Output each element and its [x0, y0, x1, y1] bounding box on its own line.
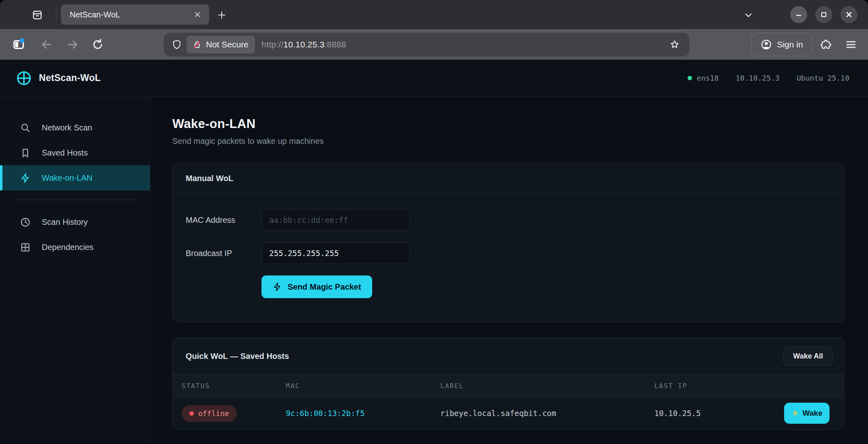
broadcast-ip-row: Broadcast IP	[186, 242, 831, 264]
clock-icon	[19, 216, 31, 228]
reload-icon	[91, 38, 104, 51]
tab-title: NetScan-WoL	[70, 10, 191, 19]
sidebar-item-saved-hosts[interactable]: Saved Hosts	[0, 140, 150, 165]
wake-host-button[interactable]: Wake	[784, 403, 829, 424]
quick-wol-card: Quick WoL — Saved Hosts Wake All STATUS …	[172, 337, 844, 430]
bookmark-icon	[19, 147, 31, 158]
quick-wol-header: Quick WoL — Saved Hosts Wake All	[173, 338, 844, 374]
status-badge: offline	[182, 405, 237, 422]
reload-button[interactable]	[90, 37, 105, 52]
bolt-icon	[791, 409, 799, 417]
online-dot	[688, 76, 692, 80]
account-icon	[760, 38, 772, 51]
manual-wol-form: MAC Address Broadcast IP Send Mag	[173, 194, 844, 322]
sidebar-item-label: Wake-on-LAN	[42, 173, 92, 183]
sidebar-item-label: Scan History	[42, 218, 88, 227]
minimize-button[interactable]	[790, 6, 807, 23]
send-magic-packet-label: Send Magic Packet	[287, 282, 361, 292]
host-status: ens18 10.10.25.3 Ubuntu 25.10	[688, 74, 849, 82]
url-host: 10.10.25.3	[283, 40, 324, 49]
bolt-icon	[272, 282, 282, 292]
security-chip[interactable]: Not Secure	[186, 36, 255, 53]
offline-dot	[189, 411, 194, 416]
close-icon	[194, 11, 201, 18]
sidebar-item-label: Dependencies	[42, 243, 94, 252]
sidebar-item-label: Saved Hosts	[42, 148, 88, 158]
new-tab-button[interactable]	[214, 7, 229, 23]
firefox-view-icon	[12, 38, 25, 51]
app-brand: NetScan-WoL	[15, 70, 101, 87]
table-row: offline 9c:6b:00:13:2b:f5 ribeye.local.s…	[173, 397, 844, 429]
extensions-button[interactable]	[818, 37, 834, 52]
forward-icon	[66, 38, 79, 51]
interface-status: ens18	[688, 74, 718, 82]
send-magic-packet-button[interactable]: Send Magic Packet	[261, 275, 372, 298]
url-bar[interactable]: Not Secure http://10.10.25.3:8888	[164, 33, 689, 56]
manual-wol-card: Manual WoL MAC Address Broadcast IP	[172, 163, 844, 322]
back-button[interactable]	[39, 37, 54, 52]
page-subtitle: Send magic packets to wake up machines	[172, 137, 868, 146]
close-window-button[interactable]	[840, 6, 857, 23]
sidebar-item-dependencies[interactable]: Dependencies	[0, 235, 150, 260]
lock-slash-icon	[191, 38, 204, 51]
library-button[interactable]	[29, 7, 45, 23]
url-scheme: http://	[261, 40, 283, 49]
new-tab-icon	[217, 10, 227, 20]
column-status: STATUS	[182, 382, 286, 390]
library-icon	[31, 9, 43, 21]
sidebar-divider	[11, 200, 138, 200]
host-last-ip: 10.10.25.5	[654, 409, 784, 418]
crosshair-logo-icon	[15, 70, 32, 87]
host-ip: 10.10.25.3	[736, 74, 780, 82]
bookmark-star-button[interactable]	[667, 36, 683, 53]
column-label: LABEL	[440, 382, 654, 390]
mac-address-input[interactable]	[261, 209, 410, 231]
quick-wol-title: Quick WoL — Saved Hosts	[186, 352, 289, 361]
search-icon	[19, 122, 31, 133]
url-port: :8888	[324, 40, 346, 49]
host-os: Ubuntu 25.10	[797, 74, 849, 82]
navigation-toolbar: Not Secure http://10.10.25.3:8888 Sign	[0, 29, 868, 60]
mac-address-label: MAC Address	[186, 216, 261, 225]
shield-icon[interactable]	[169, 36, 185, 53]
app-body: Network Scan Saved Hosts Wake-on-LAN	[0, 96, 868, 444]
broadcast-ip-label: Broadcast IP	[186, 249, 261, 258]
url-text: http://10.10.25.3:8888	[261, 40, 346, 49]
minimize-icon	[795, 11, 802, 18]
broadcast-ip-input[interactable]	[261, 242, 410, 264]
sidebar-item-scan-history[interactable]: Scan History	[0, 209, 150, 235]
extensions-puzzle-icon	[820, 38, 832, 51]
back-icon	[40, 38, 53, 51]
list-all-tabs-button[interactable]	[740, 7, 757, 23]
security-chip-label: Not Secure	[206, 40, 249, 49]
column-last-ip: LAST IP	[654, 382, 784, 390]
app-menu-button[interactable]	[843, 37, 859, 52]
status-text: offline	[198, 409, 229, 418]
grid-icon	[19, 241, 31, 253]
notification-dot	[19, 38, 24, 43]
browser-tab[interactable]: NetScan-WoL	[61, 4, 209, 25]
maximize-button[interactable]	[815, 6, 832, 23]
window-controls	[790, 6, 857, 23]
wake-label: Wake	[803, 409, 823, 418]
interface-name: ens18	[697, 74, 718, 82]
star-icon	[669, 39, 680, 50]
host-mac: 9c:6b:00:13:2b:f5	[286, 409, 440, 418]
hamburger-menu-icon	[845, 38, 857, 51]
app-header: NetScan-WoL ens18 10.10.25.3 Ubuntu 25.1…	[0, 60, 868, 96]
sidebar-item-wake-on-lan[interactable]: Wake-on-LAN	[0, 165, 150, 190]
host-label: ribeye.local.safeqbit.com	[440, 409, 654, 418]
tabs-chevron-icon	[743, 10, 754, 20]
sign-in-label: Sign in	[777, 40, 803, 49]
firefox-view-button[interactable]	[11, 37, 26, 52]
tab-close-button[interactable]	[191, 9, 204, 21]
sidebar-item-network-scan[interactable]: Network Scan	[0, 115, 150, 140]
wake-all-button[interactable]: Wake All	[783, 347, 833, 365]
sign-in-button[interactable]: Sign in	[751, 33, 812, 56]
mac-address-row: MAC Address	[186, 209, 831, 231]
maximize-icon	[820, 11, 827, 18]
forward-button[interactable]	[65, 37, 80, 52]
main-content: Wake-on-LAN Send magic packets to wake u…	[150, 96, 868, 444]
close-icon	[845, 11, 853, 18]
browser-window: NetScan-WoL	[0, 0, 868, 444]
